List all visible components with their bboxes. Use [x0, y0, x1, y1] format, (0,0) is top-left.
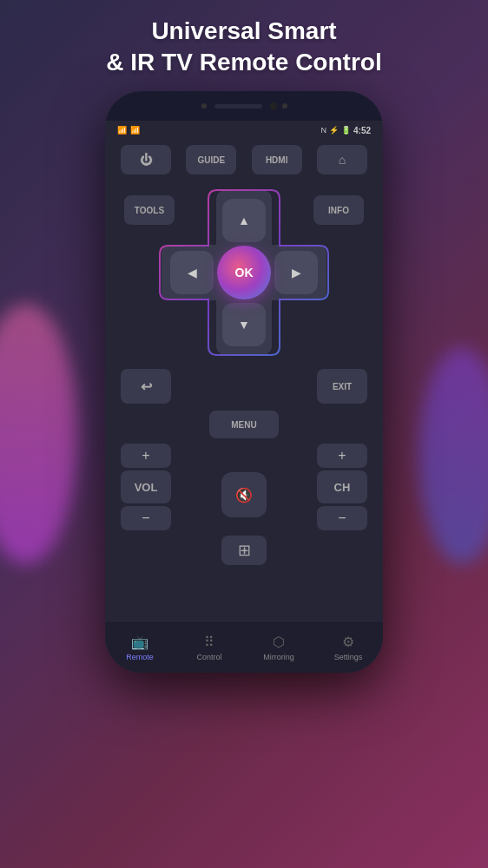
phone-screen: 📶 📶 N ⚡ 🔋 4:52 ⏻ GUIDE HDMI [105, 121, 383, 673]
volume-group: + VOL − [121, 444, 171, 530]
channel-group: + CH − [317, 444, 367, 530]
camera-dot-left [201, 103, 207, 108]
nav-settings[interactable]: ⚙ Settings [318, 634, 379, 661]
menu-row: MENU [117, 411, 371, 438]
settings-nav-icon: ⚙ [342, 634, 354, 650]
guide-button[interactable]: GUIDE [186, 145, 236, 174]
back-exit-row: ↩ EXIT [117, 369, 371, 404]
remote-content: ⏻ GUIDE HDMI ⌂ TOOLS [105, 140, 383, 565]
arrow-left-icon: ◀ [188, 266, 197, 279]
remote-nav-icon: 📺 [131, 634, 148, 650]
page-title: Universal Smart & IR TV Remote Control [0, 16, 488, 79]
hdmi-button[interactable]: HDMI [252, 145, 302, 174]
exit-button[interactable]: EXIT [317, 369, 367, 404]
mirroring-nav-icon: ⬡ [273, 634, 285, 650]
ch-plus-button[interactable]: + [317, 444, 367, 468]
mute-group: 🔇 [221, 457, 267, 517]
status-time: 4:52 [353, 126, 371, 135]
bottom-navigation: 📺 Remote ⠿ Control ⬡ Mirroring ⚙ Setting… [105, 621, 383, 673]
nav-remote[interactable]: 📺 Remote [109, 634, 170, 661]
mute-icon: 🔇 [235, 487, 253, 503]
nav-mirroring[interactable]: ⬡ Mirroring [248, 634, 309, 661]
mute-button[interactable]: 🔇 [221, 472, 267, 517]
arrow-up-icon: ▲ [238, 214, 250, 227]
phone-speaker [214, 104, 262, 108]
dpad-container: ▲ ▼ ◀ ▶ OK [162, 190, 326, 355]
remote-nav-label: Remote [126, 653, 154, 661]
vol-plus-button[interactable]: + [121, 444, 171, 468]
top-button-row: ⏻ GUIDE HDMI ⌂ [117, 145, 371, 174]
settings-nav-label: Settings [334, 653, 363, 661]
bluetooth-icon: ⚡ [329, 126, 339, 135]
control-nav-icon: ⠿ [204, 634, 214, 650]
vol-label: VOL [121, 470, 171, 503]
arrow-right-icon: ▶ [292, 266, 301, 279]
power-button[interactable]: ⏻ [121, 145, 171, 174]
wifi-icon: 📶 [130, 126, 140, 135]
nfc-icon: N [320, 126, 326, 135]
dpad-section: TOOLS INFO [117, 183, 371, 365]
nav-control[interactable]: ⠿ Control [179, 634, 240, 661]
arrow-left-button[interactable]: ◀ [170, 251, 214, 294]
vol-minus-button[interactable]: − [121, 506, 171, 530]
mirroring-nav-label: Mirroring [263, 653, 294, 661]
back-icon: ↩ [141, 378, 152, 395]
control-nav-label: Control [196, 653, 221, 661]
phone-notch [105, 91, 383, 121]
front-camera [270, 102, 277, 109]
vol-ch-section: + VOL − 🔇 + [117, 444, 371, 530]
ch-minus-button[interactable]: − [317, 506, 367, 530]
menu-button[interactable]: MENU [209, 411, 279, 438]
back-button[interactable]: ↩ [121, 369, 171, 404]
source-button[interactable]: ⊞ [221, 536, 267, 565]
sim-icon: 📶 [117, 126, 127, 135]
arrow-right-button[interactable]: ▶ [274, 251, 318, 294]
arrow-down-icon: ▼ [238, 318, 250, 332]
power-icon: ⏻ [140, 153, 152, 167]
home-button[interactable]: ⌂ [317, 145, 367, 174]
arrow-down-button[interactable]: ▼ [222, 303, 266, 346]
status-right: N ⚡ 🔋 4:52 [320, 126, 371, 135]
camera-dot-right [282, 103, 287, 108]
home-icon: ⌂ [339, 153, 346, 167]
arrow-up-button[interactable]: ▲ [222, 199, 266, 242]
source-row: ⊞ [117, 536, 371, 565]
source-icon: ⊞ [238, 541, 251, 560]
phone-mockup: 📶 📶 N ⚡ 🔋 4:52 ⏻ GUIDE HDMI [105, 91, 383, 673]
ok-button[interactable]: OK [217, 246, 271, 299]
ch-label: CH [317, 470, 367, 503]
status-left: 📶 📶 [117, 126, 140, 135]
status-bar: 📶 📶 N ⚡ 🔋 4:52 [105, 121, 383, 140]
dpad-cross: ▲ ▼ ◀ ▶ OK [162, 190, 326, 355]
battery-icon: 🔋 [341, 126, 351, 135]
